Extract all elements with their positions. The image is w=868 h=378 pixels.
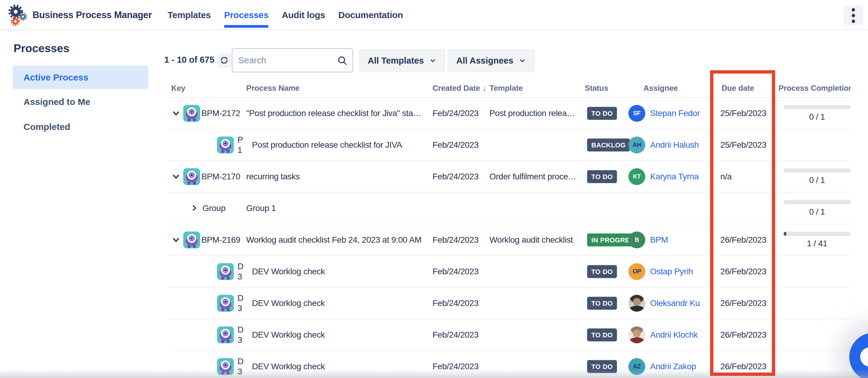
assignee-cell: OP Ostap Pyrih <box>628 263 712 280</box>
due-date: 26/Feb/2023 <box>720 267 767 276</box>
process-name[interactable]: DEV Worklog check <box>252 362 436 371</box>
chevron-down-icon[interactable] <box>171 235 181 245</box>
due-date: 26/Feb/2023 <box>720 362 767 371</box>
group-name[interactable]: Group 1 <box>246 203 431 213</box>
app-title: Business Process Manager <box>33 0 152 30</box>
table-row[interactable]: BPM-2172 "Post production release checkl… <box>169 98 850 129</box>
avatar: SF <box>628 105 645 122</box>
created-date: Feb/24/2023 <box>433 267 478 276</box>
process-name[interactable]: Worklog audit checklist Feb 24, 2023 at … <box>246 235 431 245</box>
process-table: Key Process Name Created Date↓ Template … <box>169 79 850 378</box>
process-key: D3 <box>238 356 251 377</box>
floating-action-button[interactable] <box>849 333 868 378</box>
assignee-link[interactable]: Stepan Fedor <box>650 108 700 118</box>
tab-templates[interactable]: Templates <box>167 0 211 30</box>
process-icon <box>217 326 234 343</box>
column-header-key[interactable]: Key <box>171 84 185 93</box>
tab-audit-logs[interactable]: Audit logs <box>282 0 325 30</box>
process-name[interactable]: DEV Worklog check <box>252 330 436 340</box>
status-label: BACKLOG <box>587 138 630 151</box>
process-completion: 0 / 1 <box>784 168 850 185</box>
process-name[interactable]: DEV Worklog check <box>252 298 436 308</box>
kebab-menu-button[interactable] <box>843 5 863 25</box>
chevron-down-icon[interactable] <box>171 108 181 119</box>
process-icon <box>217 295 234 312</box>
assignee-link[interactable]: Andrii Klochk <box>650 330 698 340</box>
filter-all-assignees-label: All Assignees <box>456 56 513 66</box>
table-row-group[interactable]: Group Group 1 0 / 1 <box>169 193 850 224</box>
status-label: TO DO <box>587 107 617 120</box>
created-date: Feb/24/2023 <box>433 108 478 118</box>
chevron-right-icon[interactable] <box>190 204 199 213</box>
template-name: Order fulfilment proce… <box>490 172 585 182</box>
table-row[interactable]: D3 DEV Worklog check Feb/24/2023 TO DO O… <box>169 256 850 288</box>
progress-label: 0 / 1 <box>809 175 825 185</box>
status-label: TO DO <box>587 360 617 373</box>
tab-documentation[interactable]: Documentation <box>338 0 403 30</box>
progress-label: 1 / 41 <box>807 239 827 248</box>
created-date: Feb/24/2023 <box>433 298 478 308</box>
process-name[interactable]: DEV Worklog check <box>252 267 436 276</box>
created-date-label: Created Date <box>433 84 480 93</box>
column-header-status[interactable]: Status <box>585 84 608 93</box>
assignee-cell: AH Andrii Halush <box>628 136 712 153</box>
search-input[interactable] <box>239 50 338 70</box>
created-date: Feb/24/2023 <box>433 172 478 182</box>
process-key: D3 <box>238 261 251 282</box>
filter-all-assignees[interactable]: All Assignees <box>447 49 535 72</box>
table-row[interactable]: P1 Post production release checklist for… <box>169 129 850 161</box>
status-badge: BACKLOG <box>587 138 630 151</box>
filter-all-templates[interactable]: All Templates <box>359 49 445 72</box>
progress-bar <box>784 168 850 172</box>
sidebar-item-assigned-to-me[interactable]: Assigned to Me <box>13 92 148 112</box>
assignee-link[interactable]: Andrii Zakop <box>650 362 696 371</box>
assignee-cell: B BPM <box>628 231 712 248</box>
sidebar-item-completed[interactable]: Completed <box>13 117 148 137</box>
table-row[interactable]: D3 DEV Worklog check Feb/24/2023 TO DO O… <box>169 288 850 319</box>
created-date: Feb/24/2023 <box>433 140 478 150</box>
main-nav-tabs: Templates Processes Audit logs Documenta… <box>167 0 403 30</box>
column-header-process-name[interactable]: Process Name <box>246 84 300 93</box>
app-bar: Business Process Manager Templates Proce… <box>0 0 868 30</box>
column-header-template[interactable]: Template <box>490 84 523 93</box>
created-date: Feb/24/2023 <box>433 362 478 371</box>
assignee-link[interactable]: Karyna Tyrna <box>650 172 699 182</box>
table-row[interactable]: D3 DEV Worklog check Feb/24/2023 TO DO A… <box>169 351 850 378</box>
avatar: AH <box>628 136 645 153</box>
sort-descending-icon: ↓ <box>483 84 487 93</box>
assignee-link[interactable]: BPM <box>650 235 668 245</box>
assignee-link[interactable]: Oleksandr Ku <box>650 298 700 308</box>
assignee-cell: Andrii Klochk <box>628 326 712 343</box>
table-row[interactable]: BPM-2170 recurring tasks Feb/24/2023 Ord… <box>169 161 850 193</box>
column-header-created-date[interactable]: Created Date↓ <box>433 84 487 93</box>
table-row[interactable]: BPM-2169 Worklog audit checklist Feb 24,… <box>169 224 850 256</box>
result-count: 1 - 10 of 675 <box>164 55 214 65</box>
status-badge: TO DO <box>587 265 617 278</box>
assignee-link[interactable]: Ostap Pyrih <box>650 267 693 276</box>
refresh-button[interactable] <box>217 53 231 67</box>
template-name: Worklog audit checklist <box>490 235 585 245</box>
column-header-due-date[interactable]: Due date <box>721 84 754 93</box>
process-name[interactable]: Post production release checklist for JI… <box>252 140 436 150</box>
process-completion: 1 / 41 <box>784 231 850 248</box>
progress-label: 0 / 1 <box>809 207 825 216</box>
chevron-down-icon[interactable] <box>171 171 181 182</box>
column-header-process-completion[interactable]: Process Completion <box>778 84 850 93</box>
column-header-assignee[interactable]: Assignee <box>644 84 678 93</box>
assignee-cell: Oleksandr Ku <box>628 295 712 312</box>
assignee-link[interactable]: Andrii Halush <box>650 140 699 150</box>
process-icon <box>183 168 200 185</box>
created-date: Feb/24/2023 <box>433 235 478 245</box>
kebab-dot <box>852 20 855 23</box>
status-badge: TO DO <box>587 170 617 183</box>
process-icon <box>183 105 200 122</box>
due-date: 26/Feb/2023 <box>720 298 767 308</box>
process-name[interactable]: recurring tasks <box>246 172 431 182</box>
chevron-down-icon <box>429 57 436 64</box>
table-row[interactable]: D3 DEV Worklog check Feb/24/2023 TO DO A… <box>169 319 850 351</box>
progress-bar <box>784 231 850 236</box>
progress-bar <box>784 200 850 204</box>
sidebar-item-active-process[interactable]: Active Process <box>13 66 148 89</box>
tab-processes[interactable]: Processes <box>224 0 268 30</box>
process-name[interactable]: "Post production release checklist for J… <box>246 108 431 118</box>
